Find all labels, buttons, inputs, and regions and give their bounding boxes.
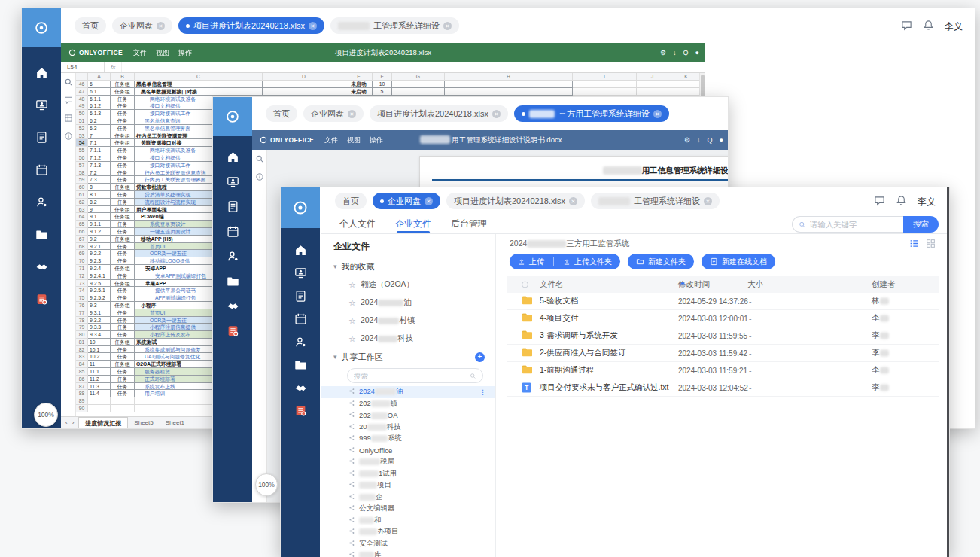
- shared-item[interactable]: OnlyOffice: [321, 445, 495, 457]
- shared-item[interactable]: 安全测试: [321, 538, 495, 550]
- user-dot-icon[interactable]: ●: [720, 136, 723, 144]
- select-all-checkbox[interactable]: [522, 282, 528, 288]
- cell[interactable]: 任务: [111, 331, 135, 339]
- cell[interactable]: 任务: [111, 294, 135, 302]
- info-icon[interactable]: [61, 127, 76, 145]
- row-number[interactable]: 72: [76, 272, 88, 280]
- cell[interactable]: 10: [373, 81, 392, 88]
- cell[interactable]: 任务组: [111, 265, 135, 272]
- close-icon[interactable]: ✕: [425, 197, 433, 205]
- select-all-corner[interactable]: [76, 73, 88, 81]
- file-row[interactable]: 2-供应商准入与合同签订2024-03-03 11:59:42-李: [507, 345, 939, 362]
- row-number[interactable]: 83: [76, 353, 88, 361]
- file-row[interactable]: T项目交付要求未与客户正式确认过.txt2024-03-03 12:04:52-…: [507, 379, 939, 397]
- tab-企业网盘[interactable]: 企业网盘✕: [112, 17, 172, 34]
- zoom-badge[interactable]: 100%: [34, 403, 58, 427]
- cell[interactable]: 任务: [111, 257, 135, 265]
- cell[interactable]: 任务组: [111, 339, 135, 346]
- file-row[interactable]: 5-验收文档2024-05-29 14:37:26-林: [507, 293, 939, 310]
- cell[interactable]: 任务组: [111, 81, 135, 88]
- user-gear-icon[interactable]: [281, 332, 320, 352]
- cell[interactable]: 9.2.5.2: [88, 294, 111, 302]
- cell[interactable]: 未启动: [345, 81, 373, 88]
- favorite-item[interactable]: ☆翱途（O2OA）: [321, 275, 495, 294]
- column-header-C[interactable]: C: [135, 73, 263, 81]
- cell[interactable]: [263, 81, 345, 88]
- column-header-E[interactable]: E: [345, 73, 373, 81]
- close-icon[interactable]: ✕: [443, 22, 452, 30]
- tab-enterprise-files[interactable]: 企业文件: [395, 215, 431, 233]
- row-number[interactable]: 52: [76, 125, 88, 132]
- row-number[interactable]: 64: [76, 213, 88, 221]
- close-icon[interactable]: ✕: [348, 110, 356, 118]
- file-name[interactable]: 5-验收文档: [540, 296, 578, 306]
- favorite-item[interactable]: ☆2024科技: [321, 330, 495, 348]
- row-number[interactable]: 73: [76, 280, 88, 288]
- close-icon[interactable]: ✕: [569, 197, 577, 205]
- sheet-tab-Sheet1[interactable]: Sheet1: [160, 417, 190, 428]
- handshake-icon[interactable]: [22, 257, 61, 276]
- favorite-item[interactable]: ☆2024油: [321, 294, 495, 312]
- section-favorites[interactable]: ▾ 我的收藏: [321, 257, 495, 275]
- cell[interactable]: 6.1: [88, 88, 111, 96]
- bell-icon[interactable]: [896, 195, 907, 208]
- cell[interactable]: 任务: [111, 368, 135, 376]
- cell[interactable]: 任务: [111, 117, 135, 125]
- cell[interactable]: 9.2: [88, 236, 111, 243]
- row-number[interactable]: 74: [76, 287, 88, 294]
- bell-icon[interactable]: [923, 20, 934, 33]
- shared-item[interactable]: 202OA: [321, 409, 495, 422]
- cell[interactable]: [445, 81, 573, 88]
- cell[interactable]: [445, 88, 573, 96]
- new-online-doc-button[interactable]: 新建在线文档: [702, 254, 775, 269]
- shared-item[interactable]: 2024油⋮: [321, 386, 495, 398]
- menu-view[interactable]: 视图: [156, 48, 169, 58]
- cell[interactable]: [573, 81, 637, 88]
- column-header-D[interactable]: D: [263, 73, 345, 81]
- cell[interactable]: 11: [88, 361, 111, 368]
- calendar-icon[interactable]: [213, 221, 252, 241]
- row-number[interactable]: 80: [76, 331, 88, 339]
- column-header-G[interactable]: G: [392, 73, 445, 81]
- shared-item[interactable]: 办项目: [321, 526, 495, 538]
- tab-三方用工管理系统详细设[interactable]: 三方用工管理系统详细设✕: [514, 105, 669, 122]
- row-number[interactable]: 85: [76, 368, 88, 376]
- app-logo[interactable]: [213, 97, 252, 136]
- row-number[interactable]: 57: [76, 162, 88, 169]
- tab-首页[interactable]: 首页: [75, 17, 106, 34]
- cell[interactable]: 任务: [111, 162, 135, 169]
- menu-actions[interactable]: 操作: [178, 48, 192, 58]
- gear-icon[interactable]: ⚙: [684, 136, 690, 144]
- shared-item[interactable]: 公文编辑器: [321, 503, 495, 515]
- cell[interactable]: 9.3: [88, 302, 111, 309]
- home-icon[interactable]: [281, 240, 320, 260]
- row-number[interactable]: 78: [76, 317, 88, 324]
- row-number[interactable]: 53: [76, 132, 88, 140]
- file-name[interactable]: 项目交付要求未与客户正式确认过.txt: [540, 382, 669, 393]
- column-header-I[interactable]: I: [573, 73, 637, 81]
- user-name[interactable]: 李义: [945, 20, 963, 33]
- file-row[interactable]: 4-项目交付2024-03-03 12:00:01-李: [507, 310, 939, 327]
- shared-item[interactable]: 1试用: [321, 468, 495, 480]
- cell[interactable]: 10.1: [88, 346, 111, 354]
- doc-alert-icon[interactable]: [281, 401, 320, 421]
- cell[interactable]: 9: [88, 206, 111, 214]
- user-gear-icon[interactable]: [213, 246, 252, 266]
- tab-personal-files[interactable]: 个人文件: [339, 215, 376, 233]
- cell[interactable]: 7.1: [88, 139, 111, 147]
- row-number[interactable]: 71: [76, 265, 88, 272]
- cell[interactable]: 任务: [111, 96, 135, 103]
- cell[interactable]: [111, 397, 135, 405]
- row-number[interactable]: 66: [76, 228, 88, 236]
- cell[interactable]: 任务组: [111, 302, 135, 309]
- file-name[interactable]: 3-需求调研与系统开发: [540, 330, 618, 341]
- tab-工管理系统详细设[interactable]: 工管理系统详细设✕: [330, 17, 459, 34]
- file-row[interactable]: 3-需求调研与系统开发2024-03-03 11:59:55-李: [507, 327, 939, 345]
- cell[interactable]: 黑名单数据更新接口对接: [135, 88, 263, 96]
- section-shared-workspace[interactable]: ▾ 共享工作区 +: [321, 348, 495, 366]
- tab-首页[interactable]: 首页: [335, 193, 367, 209]
- row-number[interactable]: 60: [76, 184, 88, 191]
- cell[interactable]: 任务: [111, 390, 135, 397]
- cell[interactable]: 任务组: [111, 280, 135, 288]
- cell[interactable]: 任务组: [111, 184, 135, 191]
